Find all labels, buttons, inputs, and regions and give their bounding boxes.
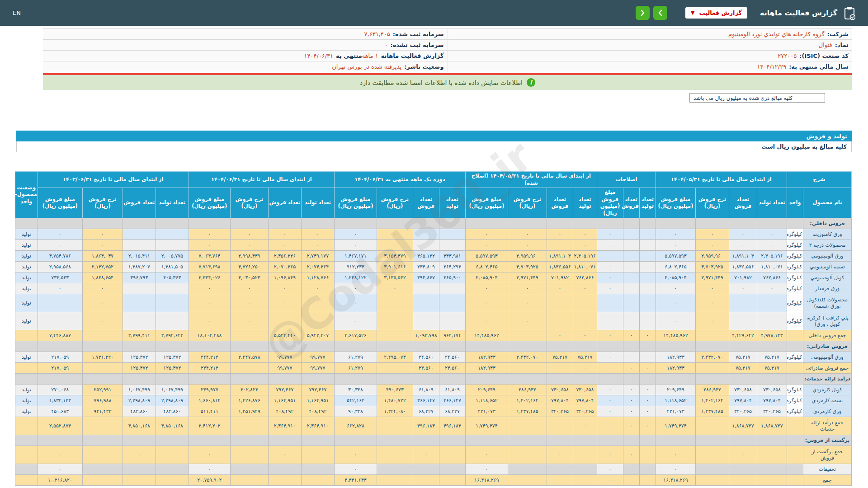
info-label: سرمايه ثبت شده: bbox=[393, 31, 444, 38]
table-cell: ۲۷۰,۰۶۸ bbox=[38, 385, 82, 395]
table-cell: ۱,۲۳۷,۴۸۵ bbox=[508, 406, 547, 417]
info-row: نماد: فنوال سرمايه ثبت نشده: ۰ bbox=[43, 40, 852, 51]
table-cell: ۴۰۸,۴۹۲ bbox=[268, 406, 301, 417]
table-cell bbox=[695, 218, 729, 229]
table-cell bbox=[508, 435, 547, 446]
table-cell bbox=[38, 374, 82, 385]
total-row: جمع برگشت از فروش۰۰۰۰۰۰۰۰۰۰۰۰ bbox=[15, 446, 851, 464]
table-cell bbox=[508, 341, 547, 352]
table-cell: کیلوگرم bbox=[787, 352, 803, 363]
table-cell: ۰ bbox=[334, 240, 377, 251]
table-cell: ۲۳۹,۹۷۷ bbox=[189, 385, 230, 395]
table-cell: ۱۴,۴۸۵,۹۶۲ bbox=[656, 330, 695, 341]
table-cell: ۲,۰۱۵,۴۱۱ bbox=[123, 251, 156, 262]
table-cell: ۰ bbox=[547, 312, 573, 330]
table-cell bbox=[597, 435, 623, 446]
table-cell bbox=[729, 218, 757, 229]
table-cell: ۰ bbox=[597, 352, 623, 363]
table-row: پلي کرافت ( کرکره، کویل ، ورق)کیلوگرم۰۰۰… bbox=[15, 312, 851, 330]
table-cell bbox=[547, 341, 573, 352]
report-type-dropdown[interactable]: گزارش فعالیت ▼ bbox=[685, 7, 747, 19]
table-cell bbox=[15, 435, 38, 446]
table-cell bbox=[597, 341, 623, 352]
table-cell: ۲,۰۷۰,۳۶۵ bbox=[268, 262, 301, 272]
table-cell: ۰ bbox=[729, 294, 757, 312]
table-cell: ۰ bbox=[573, 229, 597, 240]
table-cell bbox=[123, 435, 156, 446]
column-header: تعداد تولید bbox=[639, 188, 656, 218]
table-cell bbox=[413, 229, 439, 240]
table-cell: ۷۳۳,۵۳۳ bbox=[38, 272, 82, 283]
table-cell bbox=[639, 352, 656, 363]
table-cell: ۰ bbox=[547, 240, 573, 251]
table-cell bbox=[573, 218, 597, 229]
info-value: ۲۷۲۰۰۵ bbox=[778, 52, 797, 59]
table-cell: ۰ bbox=[547, 417, 573, 435]
table-cell: ۰ bbox=[597, 272, 623, 283]
table-cell: ۱,۸۳۲,۱۲۳ bbox=[38, 395, 82, 406]
table-cell: ۱,۱۶۳,۹۵۱ bbox=[301, 395, 334, 406]
table-cell bbox=[189, 435, 230, 446]
table-cell bbox=[623, 312, 639, 330]
table-cell: ۰ bbox=[230, 312, 268, 330]
table-cell: ۰ bbox=[82, 229, 123, 240]
table-cell: ۰ bbox=[639, 395, 656, 406]
table-cell bbox=[623, 341, 639, 352]
table-cell bbox=[695, 330, 729, 341]
table-cell bbox=[508, 218, 547, 229]
table-cell bbox=[413, 435, 439, 446]
table-cell bbox=[573, 341, 597, 352]
table-cell: ۲,۷۳۹,۱۷۷ bbox=[301, 251, 334, 262]
product-name-cell: فروش صادراتي: bbox=[803, 341, 852, 352]
next-report-button[interactable] bbox=[636, 6, 650, 20]
table-cell: ۱,۴۶۷,۱۷۱ bbox=[334, 251, 377, 262]
table-cell: ۰ bbox=[301, 312, 334, 330]
table-cell: تولید bbox=[15, 352, 38, 363]
column-header: تعداد فروش bbox=[123, 188, 156, 218]
table-cell: ۱,۲۳۸,۱۲۲ bbox=[334, 272, 377, 283]
table-cell bbox=[230, 475, 268, 486]
table-cell bbox=[439, 475, 465, 486]
table-cell: ۰ bbox=[729, 312, 757, 330]
table-cell bbox=[268, 374, 301, 385]
table-cell: ۷۶۲,۸۶۶ bbox=[573, 272, 597, 283]
info-label: سال مالی منتهی به: bbox=[789, 63, 849, 70]
product-name-cell: برگشت از فروش: bbox=[803, 435, 852, 446]
table-cell bbox=[15, 475, 38, 486]
table-cell: ۹۳۱,۴۳۳ bbox=[82, 406, 123, 417]
table-cell: ۰ bbox=[597, 475, 623, 486]
table-cell bbox=[123, 475, 156, 486]
table-cell bbox=[413, 374, 439, 385]
table-cell: ۲۱۷,۰۵۹ bbox=[38, 352, 82, 363]
table-cell: ۲,۲۹۸,۸۰۹ bbox=[123, 395, 156, 406]
table-cell: کیلوگرم bbox=[787, 312, 803, 330]
table-cell: ۰ bbox=[334, 464, 377, 475]
table-cell: ۴۶۵,۱۲۲ bbox=[413, 251, 439, 262]
table-cell: کیلوگرم bbox=[787, 395, 803, 406]
table-cell: ۰ bbox=[38, 312, 82, 330]
table-cell bbox=[656, 218, 695, 229]
info-icon: i bbox=[527, 78, 535, 87]
table-cell: ۷۶۲,۸۶۶ bbox=[757, 272, 787, 283]
column-header: مبلغ فروش (میلیون ریال) bbox=[38, 188, 82, 218]
previous-report-button[interactable] bbox=[653, 6, 667, 20]
language-toggle-en[interactable]: EN bbox=[13, 9, 21, 16]
table-cell: ۱۴,۴۸۵,۹۶۲ bbox=[465, 330, 508, 341]
table-row: تسمه آلومينيوميکیلوگرم۱,۸۱۰,۰۷۱۱,۸۳۶,۵۵۶… bbox=[15, 262, 851, 272]
table-cell: ۱,۳۸۱,۵۰۵ bbox=[156, 262, 189, 272]
table-cell bbox=[639, 294, 656, 312]
production-sales-table: شرحاز ابتدای سال مالی تا تاریخ ۱۴۰۴/۰۵/۳… bbox=[15, 171, 852, 486]
table-cell bbox=[301, 341, 334, 352]
info-label: وضعیت ناشر: bbox=[404, 63, 443, 70]
table-cell: ۴۸۳,۸۶۰ bbox=[156, 406, 189, 417]
table-cell bbox=[82, 435, 123, 446]
amounts-note-box: کلیه مبالغ درج شده به میلیون ریال می باش… bbox=[689, 93, 825, 103]
table-cell: ۳,۷۰۳,۹۲۵ bbox=[508, 262, 547, 272]
column-group-header: وضعیت محصول-واحد bbox=[15, 172, 38, 218]
table-cell bbox=[508, 417, 547, 435]
table-cell: ۲,۵۵۲,۸۷۴ bbox=[38, 417, 82, 435]
table-cell: ۷۹۷,۸۰۴ bbox=[729, 395, 757, 406]
table-cell: ۲,۳۶۴,۹۱۰ bbox=[301, 417, 334, 435]
table-cell: ۰ bbox=[639, 406, 656, 417]
table-cell: ۴۰۸,۴۹۲ bbox=[301, 406, 334, 417]
